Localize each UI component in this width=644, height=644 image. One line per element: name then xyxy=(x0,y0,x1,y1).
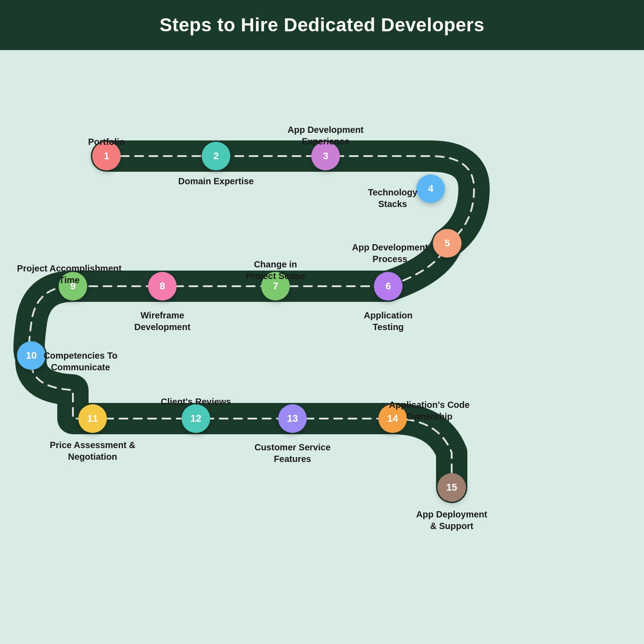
step-13-label: Customer ServiceFeatures xyxy=(254,441,330,465)
step-12-label: Client's Reviews xyxy=(161,396,231,407)
step-13-circle: 13 xyxy=(278,404,307,433)
step-4-label: TechnologyStacks xyxy=(368,186,418,210)
step-5-label: App DevelopmentProcess xyxy=(352,242,428,265)
step-4-circle: 4 xyxy=(416,174,445,203)
step-8-circle: 8 xyxy=(148,272,177,301)
step-11-circle: 11 xyxy=(78,404,107,433)
step-5-circle: 5 xyxy=(433,229,462,258)
step-11-label: Price Assessment &Negotiation xyxy=(50,439,136,462)
step-2-label: Domain Expertise xyxy=(178,175,254,187)
step-9-label: Project AccomplishmentTime xyxy=(17,263,122,286)
step-2-circle: 2 xyxy=(202,142,230,170)
main-content: 1Portfolio2Domain Expertise3App Developm… xyxy=(0,50,644,640)
step-3-label: App DevelopmentExperience xyxy=(288,124,364,147)
step-6-circle: 6 xyxy=(374,272,402,301)
step-12-circle: 12 xyxy=(182,404,210,433)
step-7-label: Change inProject Scope xyxy=(246,258,305,282)
step-10-circle: 10 xyxy=(17,341,46,370)
step-6-label: ApplicationTesting xyxy=(364,309,413,333)
step-1-label: Portfolio xyxy=(88,136,125,148)
step-15-label: App Deployment& Support xyxy=(416,508,487,532)
step-14-label: Application's CodeOwnership xyxy=(389,399,470,422)
step-8-label: WireframeDevelopment xyxy=(134,309,191,333)
page-title: Steps to Hire Dedicated Developers xyxy=(0,14,644,36)
step-10-label: Competencies ToCommunicate xyxy=(43,350,117,373)
step-15-circle: 15 xyxy=(437,473,466,502)
page-header: Steps to Hire Dedicated Developers xyxy=(0,0,644,50)
